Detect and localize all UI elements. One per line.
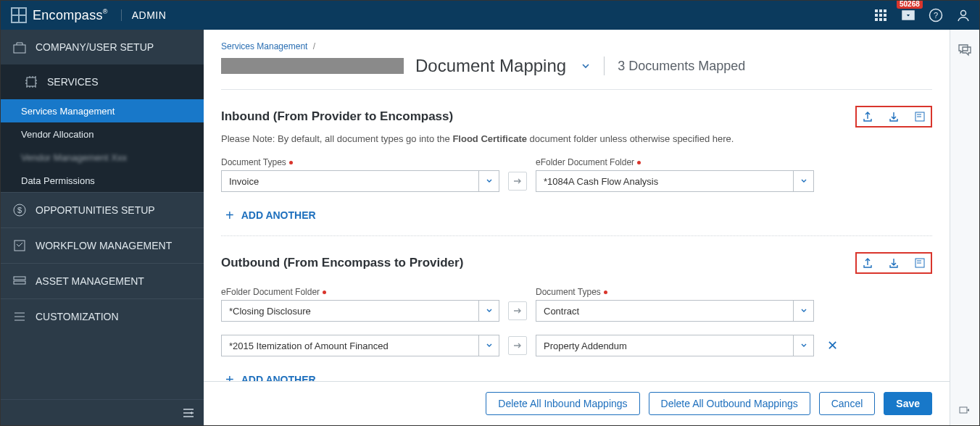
- breadcrumb-parent[interactable]: Services Management: [221, 41, 307, 51]
- inbound-efolder-field: eFolder Document Folder *1084A Cash Flow…: [536, 157, 814, 192]
- svg-rect-1: [879, 9, 882, 12]
- list-icon[interactable]: [913, 256, 926, 270]
- sidebar-sub-services-management[interactable]: Services Management: [1, 99, 204, 122]
- sub-label: Data Permissions: [21, 175, 95, 186]
- customization-icon: [12, 309, 27, 324]
- sidebar-sub-redacted[interactable]: ​Vendor Management Xxx: [1, 146, 204, 169]
- outbound-efolder-field: eFolder Document Folder *Closing Disclos…: [221, 287, 499, 322]
- svg-rect-8: [884, 18, 886, 21]
- chevron-down-icon: [478, 301, 499, 321]
- import-icon[interactable]: [887, 110, 900, 123]
- delete-outbound-button[interactable]: Delete All Outbound Mappings: [649, 392, 810, 415]
- sidebar-label: SERVICES: [47, 76, 99, 88]
- map-arrow-icon: [508, 301, 527, 320]
- sidebar-sub-vendor-allocation[interactable]: Vendor Allocation: [1, 122, 204, 146]
- svg-rect-2: [884, 9, 886, 12]
- services-submenu: Services Management Vendor Allocation ​V…: [1, 99, 204, 192]
- section-inbound: Inbound (From Provider to Encompass) Ple…: [221, 90, 932, 222]
- list-icon[interactable]: [913, 110, 926, 123]
- sidebar-label: OPPORTUNITIES SETUP: [36, 204, 155, 216]
- required-dot-icon: [604, 291, 607, 294]
- outbound-title: Outbound (From Encompass to Provider): [221, 256, 463, 270]
- right-rail: [950, 30, 979, 425]
- sidebar-label: WORKFLOW MANAGEMENT: [36, 240, 172, 251]
- company-icon: [12, 40, 27, 54]
- outbound-efolder-select-2[interactable]: *2015 Itemization of Amount Financed: [221, 335, 499, 356]
- opportunities-icon: $: [12, 203, 27, 217]
- main: Services Management / Document Mapping 3…: [204, 30, 979, 425]
- svg-point-11: [961, 11, 966, 16]
- svg-rect-5: [884, 14, 886, 17]
- title-chevron-icon[interactable]: [581, 61, 591, 71]
- inbound-doc-types-select[interactable]: Invoice: [221, 170, 499, 192]
- svg-rect-21: [960, 407, 967, 413]
- inbox-icon[interactable]: 50268: [901, 8, 915, 22]
- apps-icon[interactable]: [873, 8, 888, 22]
- inbound-action-box: [855, 106, 932, 128]
- outbound-mapping-row-2: *2015 Itemization of Amount Financed Pro…: [221, 335, 932, 356]
- chevron-down-icon: [793, 171, 813, 191]
- required-dot-icon: [289, 161, 293, 164]
- help-icon[interactable]: ?: [929, 8, 943, 22]
- brand-logo[interactable]: Encompass®: [11, 7, 108, 23]
- sidebar-item-opportunities-setup[interactable]: $ OPPORTUNITIES SETUP: [1, 193, 204, 227]
- chevron-down-icon: [793, 301, 813, 321]
- collapse-sidebar-icon[interactable]: [182, 408, 195, 418]
- select-value: Invoice: [222, 176, 478, 187]
- export-icon[interactable]: [861, 110, 874, 123]
- plus-icon: +: [225, 372, 234, 381]
- export-icon[interactable]: [861, 256, 874, 270]
- select-value: Contract: [536, 306, 793, 317]
- asset-icon: [12, 274, 27, 288]
- sub-label: ​Vendor Management Xxx: [21, 152, 127, 163]
- topbar: Encompass® ADMIN 50268 ?: [1, 1, 979, 30]
- delete-inbound-button[interactable]: Delete All Inbound Mappings: [486, 392, 639, 415]
- outbound-mapping-row-1: eFolder Document Folder *Closing Disclos…: [221, 287, 932, 322]
- services-icon: [24, 75, 38, 89]
- svg-rect-7: [879, 18, 882, 21]
- inbound-doc-types-field: Document Types Invoice: [221, 157, 499, 192]
- outbound-doc-types-select-2[interactable]: Property Addendum: [536, 335, 814, 356]
- inbound-mapping-row: Document Types Invoice eFolder Document …: [221, 157, 932, 192]
- inbound-efolder-select[interactable]: *1084A Cash Flow Analysis: [536, 170, 814, 192]
- outbound-efolder-select-1[interactable]: *Closing Disclosure: [221, 300, 499, 322]
- chat-icon[interactable]: [957, 43, 973, 57]
- brand-text: Encompass®: [33, 8, 108, 23]
- breadcrumb-sep: /: [313, 41, 315, 51]
- svg-rect-18: [14, 281, 25, 284]
- user-icon[interactable]: [956, 8, 971, 22]
- collapse-rail-icon[interactable]: [958, 405, 971, 415]
- footer-actions: Delete All Inbound Mappings Delete All O…: [204, 381, 950, 425]
- sidebar-footer: [1, 399, 204, 425]
- field-label: eFolder Document Folder: [221, 287, 320, 297]
- save-button[interactable]: Save: [884, 392, 932, 415]
- outbound-doc-types-select-1[interactable]: Contract: [536, 300, 814, 322]
- sidebar-item-asset-management[interactable]: ASSET MANAGEMENT: [1, 264, 204, 298]
- sidebar-item-workflow-management[interactable]: WORKFLOW MANAGEMENT: [1, 228, 204, 263]
- import-icon[interactable]: [887, 256, 900, 270]
- page-title: Document Mapping: [415, 56, 566, 76]
- admin-label: ADMIN: [121, 9, 167, 21]
- cancel-button[interactable]: Cancel: [819, 392, 876, 415]
- map-arrow-icon: [508, 336, 527, 355]
- breadcrumb: Services Management /: [204, 30, 950, 56]
- outbound-add-another[interactable]: + ADD ANOTHER: [225, 372, 932, 381]
- section-outbound: Outbound (From Encompass to Provider) eF…: [221, 236, 932, 381]
- svg-rect-4: [879, 14, 882, 17]
- svg-rect-13: [27, 78, 36, 86]
- inbound-add-another[interactable]: + ADD ANOTHER: [225, 208, 932, 222]
- sidebar-item-company-user-setup[interactable]: COMPANY/USER SETUP: [1, 30, 204, 64]
- sidebar-item-customization[interactable]: CUSTOMIZATION: [1, 299, 204, 334]
- map-arrow-icon: [508, 172, 527, 191]
- select-value: *1084A Cash Flow Analysis: [536, 176, 793, 187]
- svg-rect-0: [875, 9, 878, 12]
- sidebar-sub-data-permissions[interactable]: Data Permissions: [1, 169, 204, 192]
- sidebar-item-services[interactable]: SERVICES: [1, 64, 204, 99]
- svg-text:$: $: [17, 206, 22, 214]
- svg-text:?: ?: [934, 11, 938, 20]
- brand-mark-icon: [11, 7, 27, 23]
- select-value: *2015 Itemization of Amount Financed: [222, 341, 478, 351]
- remove-row-icon[interactable]: ✕: [827, 338, 838, 354]
- chevron-down-icon: [793, 335, 813, 356]
- redacted-block: [221, 58, 404, 74]
